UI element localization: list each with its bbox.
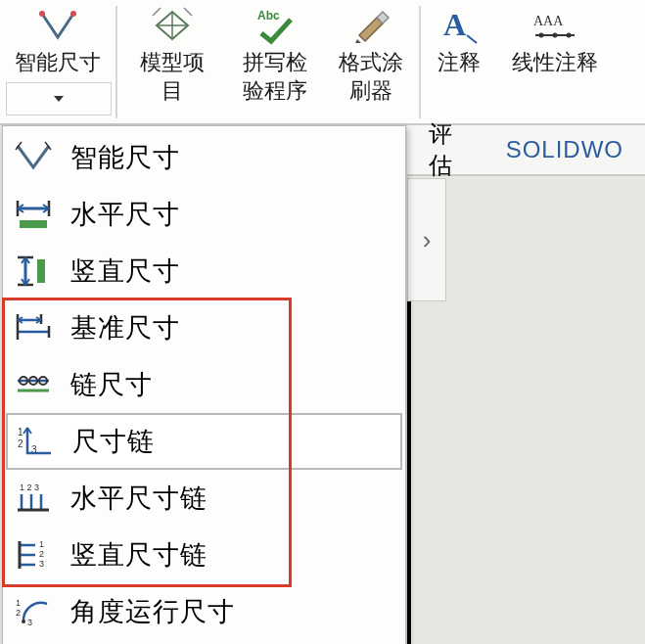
svg-text:2: 2 [16, 608, 21, 618]
format-painter-button[interactable]: 格式涂 刷器 [323, 0, 419, 123]
format-painter-icon [347, 4, 394, 47]
svg-text:1: 1 [18, 427, 23, 437]
linear-note-button[interactable]: AAA 线性注释 [497, 0, 613, 123]
linear-note-label: 线性注释 [512, 49, 598, 77]
smart-dim-label: 智能尺寸 [15, 49, 101, 77]
svg-text:3: 3 [27, 618, 32, 627]
dimension-dropdown-trigger[interactable] [6, 82, 112, 115]
svg-point-23 [22, 620, 25, 623]
spell-check-icon: Abc [252, 4, 299, 47]
baseline-dim-icon [12, 306, 55, 349]
svg-text:1 2 3: 1 2 3 [20, 483, 39, 492]
tab-bar: 评估 SOLIDWO [407, 125, 645, 176]
svg-text:AAA: AAA [533, 14, 564, 28]
spell-check-label: 拼写检 验程序 [243, 49, 307, 105]
chain-dim-icon [12, 363, 55, 406]
svg-rect-9 [37, 259, 45, 283]
vertical-ordinate-icon: 123 [12, 533, 55, 576]
model-items-icon [149, 4, 196, 47]
svg-text:1: 1 [39, 539, 44, 549]
menu-item-horizontal-dim[interactable]: 水平尺寸 [6, 186, 402, 243]
menu-item-label: 链尺寸 [70, 367, 153, 402]
svg-point-5 [539, 33, 544, 38]
angular-running-icon: 123 [12, 590, 55, 633]
chevron-right-icon: › [423, 225, 432, 255]
menu-item-baseline-dim[interactable]: 基准尺寸 [6, 299, 402, 356]
panel-expand-button[interactable]: › [407, 178, 446, 301]
menu-item-label: 基准尺寸 [70, 310, 180, 345]
menu-item-horizontal-ordinate[interactable]: 1 2 3 水平尺寸链 [6, 470, 402, 527]
annotation-label: 注释 [438, 49, 481, 77]
menu-item-label: 智能尺寸 [70, 140, 180, 175]
svg-rect-8 [20, 220, 47, 228]
svg-text:A: A [443, 7, 466, 42]
svg-text:2: 2 [39, 549, 44, 559]
horizontal-ordinate-icon: 1 2 3 [12, 477, 55, 520]
svg-text:Abc: Abc [257, 9, 280, 23]
svg-text:1: 1 [16, 598, 21, 608]
ordinate-dim-icon: 123 [14, 420, 57, 463]
svg-point-6 [553, 33, 558, 38]
svg-point-1 [70, 11, 76, 17]
vertical-dim-icon [12, 250, 55, 293]
format-painter-label: 格式涂 刷器 [339, 49, 403, 105]
menu-item-angular-running-dim[interactable]: 123 角度运行尺寸 [6, 583, 402, 640]
menu-item-label: 尺寸链 [72, 424, 155, 459]
menu-item-vertical-dim[interactable]: 竖直尺寸 [6, 243, 402, 299]
menu-item-ordinate-dim[interactable]: 123 尺寸链 [6, 413, 402, 470]
chevron-down-icon [54, 96, 64, 102]
svg-point-7 [567, 33, 572, 38]
menu-item-label: 水平尺寸 [70, 197, 180, 232]
menu-item-label: 竖直尺寸 [70, 253, 180, 289]
annotation-icon: A [436, 4, 483, 47]
menu-item-smart-dim[interactable]: 智能尺寸 [6, 129, 402, 186]
smart-dim-icon [12, 136, 55, 179]
model-items-label: 模型项 目 [140, 49, 205, 105]
horizontal-dim-icon [12, 193, 55, 236]
svg-text:3: 3 [39, 559, 44, 569]
menu-item-chamfer-dim[interactable]: 倒角尺寸 [6, 640, 402, 644]
menu-item-label: 水平尺寸链 [70, 481, 207, 516]
model-items-button[interactable]: 模型项 目 [117, 0, 227, 123]
menu-item-vertical-ordinate[interactable]: 123 竖直尺寸链 [6, 527, 402, 583]
menu-item-chain-dim[interactable]: 链尺寸 [6, 356, 402, 413]
tab-solidworks[interactable]: SOLIDWO [484, 125, 645, 174]
svg-text:2: 2 [18, 438, 23, 449]
svg-point-0 [39, 11, 45, 17]
dimension-dropdown-menu: 智能尺寸 水平尺寸 竖直尺寸 基准尺寸 链尺寸 123 尺寸链 1 2 3 [2, 125, 406, 644]
linear-note-icon: AAA [531, 4, 578, 47]
menu-item-label: 竖直尺寸链 [70, 537, 207, 573]
menu-item-label: 角度运行尺寸 [70, 594, 235, 629]
tab-evaluate[interactable]: 评估 [407, 125, 484, 174]
annotation-button[interactable]: A 注释 [421, 0, 497, 123]
smart-dim-icon [34, 4, 81, 47]
spell-check-button[interactable]: Abc 拼写检 验程序 [227, 0, 323, 123]
